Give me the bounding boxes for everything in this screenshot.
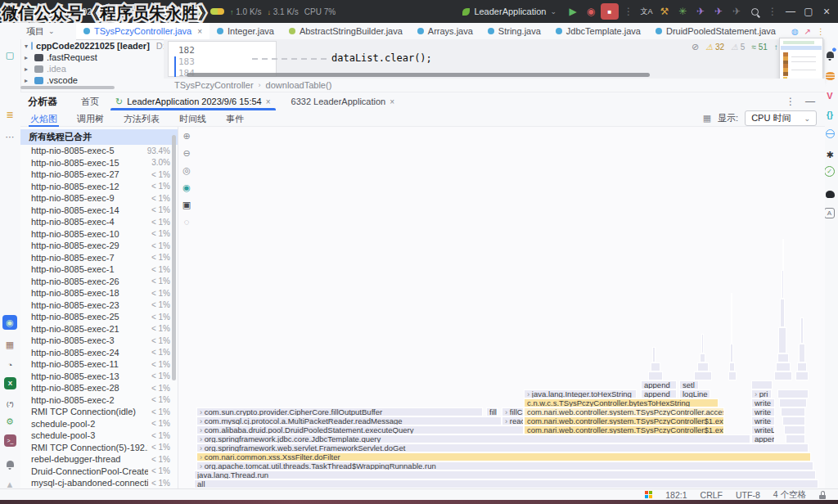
thread-row[interactable]: http-nio-8085-exec-13 < 1% — [20, 371, 178, 383]
flame-frame[interactable]: com.nari.common.xss.XssFilter.doFilter — [196, 452, 811, 461]
flame-spike-frame[interactable] — [781, 407, 805, 416]
expand-arrow-icon[interactable]: ▸ — [25, 77, 31, 84]
flame-spike-frame[interactable] — [728, 371, 737, 380]
thread-row[interactable]: http-nio-8085-exec-12 < 1% — [20, 181, 178, 193]
flame-spike-frame[interactable] — [795, 371, 809, 380]
flame-frame[interactable]: write — [751, 416, 775, 425]
flame-spike-frame[interactable] — [780, 299, 785, 327]
search-icon[interactable] — [746, 3, 763, 20]
flame-spike-frame[interactable] — [697, 362, 709, 371]
flame-frame[interactable]: apper — [751, 434, 775, 443]
flame-frame[interactable]: com.nari.web.controller.system.TSysPczyC… — [524, 425, 724, 434]
flame-frame[interactable]: reac — [502, 416, 524, 425]
thread-row[interactable]: http-nio-8085-exec-15 3.0% — [20, 157, 178, 169]
caret-position[interactable]: 182:1 — [665, 490, 687, 500]
thread-row[interactable]: http-nio-8085-exec-3 < 1% — [20, 335, 178, 347]
thread-row[interactable]: schedule-pool-2 < 1% — [20, 418, 178, 430]
flame-frame[interactable]: write — [751, 398, 775, 407]
flame-frame[interactable]: setl — [679, 380, 699, 389]
flame-frame[interactable]: org.apache.tomcat.util.threads.TaskThrea… — [196, 461, 813, 470]
close-tab-icon[interactable]: × — [197, 27, 202, 36]
translate-icon[interactable]: 文A — [638, 3, 655, 20]
flame-spike-frame[interactable] — [648, 371, 663, 380]
flame-frame[interactable]: writeL — [751, 425, 775, 434]
flame-spike-frame[interactable] — [779, 398, 807, 407]
chevron-down-icon[interactable]: ⌄ — [123, 7, 129, 16]
profiler-title[interactable]: 分析器 — [20, 95, 69, 109]
flame-frame[interactable]: fillC — [502, 407, 524, 416]
thread-row[interactable]: http-nio-8085-exec-23 < 1% — [20, 299, 178, 312]
prev-problem-icon[interactable]: ↑ — [774, 43, 778, 52]
breadcrumb-class[interactable]: TSysPczyController — [174, 80, 254, 90]
run-icon[interactable]: ▶ — [565, 3, 581, 20]
flame-spike-frame[interactable] — [776, 362, 791, 371]
flame-spike-frame[interactable] — [777, 353, 789, 362]
thread-row[interactable]: mysql-cj-abandoned-connection-cleanup < … — [20, 477, 178, 488]
thread-row[interactable]: rebel-debugger-thread < 1% — [20, 453, 178, 466]
flame-frame[interactable]: append — [641, 380, 677, 389]
thread-row[interactable]: http-nio-8085-exec-24 < 1% — [20, 347, 178, 359]
stop-icon[interactable]: ■ — [601, 3, 619, 20]
close-tab-icon[interactable]: × — [390, 97, 394, 106]
find-icon[interactable]: ◌ — [184, 217, 190, 227]
titlebar-project-name[interactable]: cppCode20221025 — [41, 7, 117, 16]
editor-tab[interactable]: String.java × — [480, 23, 548, 39]
split-icon[interactable]: ↗ — [804, 27, 811, 36]
flame-frame[interactable]: fill — [486, 407, 498, 416]
file-encoding[interactable]: UTF-8 — [736, 490, 760, 500]
flame-spike-frame[interactable] — [786, 434, 805, 443]
gear-icon[interactable]: ⚙ — [2, 414, 17, 429]
thread-row[interactable]: http-nio-8085-exec-25 < 1% — [20, 311, 178, 323]
debug-icon[interactable]: ◉ — [583, 3, 599, 20]
thread-row[interactable]: RMI TCP Connection(idle) < 1% — [20, 406, 178, 418]
flame-spike-frame[interactable] — [797, 362, 807, 371]
more-tools-icon[interactable]: ⋯ — [2, 129, 17, 144]
send-icon[interactable]: ✈ — [692, 3, 709, 20]
flame-spike-frame[interactable] — [778, 327, 786, 353]
flame-frame[interactable]: com.sun.crypto.provider.CipherCore.fillO… — [196, 407, 483, 416]
flame-spike-frame[interactable] — [651, 362, 660, 371]
flame-spike-frame[interactable] — [700, 353, 705, 362]
translator-icon[interactable]: A — [824, 208, 835, 218]
zoom-reset-icon[interactable]: ◎ — [182, 165, 191, 176]
indent-setting[interactable]: 4 个空格 — [773, 489, 806, 501]
thread-row[interactable]: http-nio-8085-exec-10 < 1% — [20, 228, 178, 241]
thread-row[interactable]: http-nio-8085-exec-27 < 1% — [20, 169, 178, 181]
flame-spike-frame[interactable] — [774, 371, 792, 380]
flame-graph-pane[interactable]: ⊕ ⊖ ◎ ◉ ▣ ◌ all java.lang.Thread.run org… — [178, 127, 825, 488]
flame-spike-frame[interactable] — [652, 347, 656, 362]
profiler-tab[interactable]: 6332 LeaderApplication × — [279, 92, 403, 110]
minimize-icon[interactable]: — — [782, 3, 799, 20]
flame-frame[interactable]: java.lang.Integer.toHexString — [524, 389, 637, 398]
project-tree-item[interactable]: ▸ .idea — [20, 63, 164, 74]
excel-icon[interactable]: X — [4, 377, 16, 389]
layout-icon[interactable]: ▦ — [703, 113, 711, 124]
thread-row[interactable]: http-nio-8085-exec-29 < 1% — [20, 240, 178, 252]
project-tree-hscrollbar[interactable] — [20, 86, 115, 89]
thread-row[interactable]: http-nio-8085-exec-11 < 1% — [20, 358, 178, 371]
plugin-icon[interactable]: ✳ — [674, 3, 691, 20]
terminal-icon[interactable]: >_ — [4, 434, 16, 447]
thread-row[interactable]: Druid-ConnectionPool-Create-190968596 < … — [20, 466, 178, 478]
flame-spike-frame[interactable] — [731, 293, 732, 344]
flame-frame[interactable]: com.nari.web.controller.system.TSysPczyC… — [524, 416, 724, 425]
run-configuration[interactable]: LeaderApplication ⌄ — [462, 7, 556, 16]
profiler-subtab[interactable]: 火焰图 — [20, 110, 67, 127]
flame-spike-frame[interactable] — [777, 389, 809, 398]
expand-arrow-icon[interactable]: ▸ — [25, 54, 31, 61]
code-line[interactable]: dataList.clear(); — [331, 52, 432, 64]
project-tool-icon[interactable]: ▢ — [2, 47, 17, 62]
thread-list-scrollbar[interactable] — [172, 135, 176, 380]
flame-spike-frame[interactable] — [694, 371, 712, 380]
expand-arrow-icon[interactable]: ▸ — [25, 65, 31, 73]
thread-row[interactable]: http-nio-8085-exec-28 < 1% — [20, 382, 178, 394]
flame-spike-frame[interactable] — [751, 380, 773, 389]
send-alt-icon[interactable]: ✈ — [710, 3, 727, 20]
editor-tab[interactable]: Integer.java × — [210, 23, 282, 39]
run-more-icon[interactable]: ⋮ — [620, 3, 637, 20]
project-root-row[interactable]: ▾ cppCode20221025 [leader] D:\code\ — [20, 40, 164, 52]
tools-icon[interactable]: ⚒ — [656, 3, 673, 20]
flame-spike-frame[interactable] — [782, 416, 805, 425]
thread-row[interactable]: RMI TCP Connection(5)-192.168.43.195 < 1… — [20, 442, 178, 454]
commit-icon[interactable]: ≣ — [2, 107, 17, 122]
